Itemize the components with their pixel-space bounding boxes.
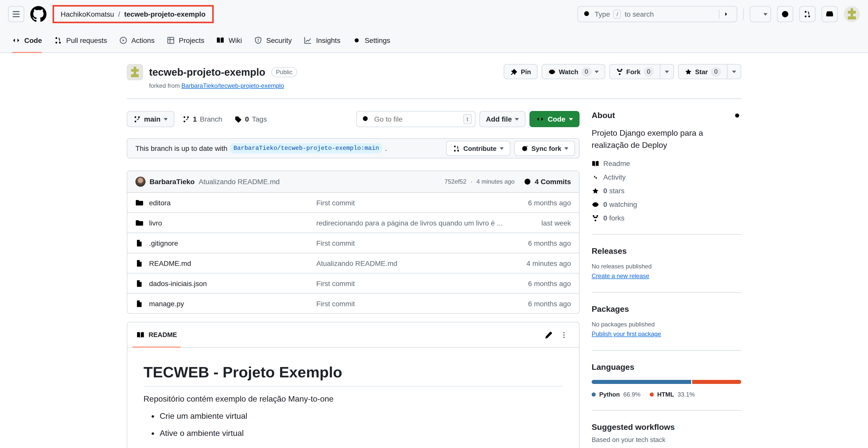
caret-down-icon xyxy=(594,70,598,73)
breadcrumb-separator: / xyxy=(118,10,120,18)
command-palette-icon[interactable] xyxy=(723,10,732,18)
branch-selector-button[interactable]: main xyxy=(127,111,174,127)
tab-security[interactable]: Security xyxy=(250,28,296,53)
file-commit-message[interactable]: Atualizando README.md xyxy=(316,259,526,267)
tags-link[interactable]: 0 Tags xyxy=(230,115,271,123)
breadcrumb-repo-link[interactable]: tecweb-projeto-exemplo xyxy=(124,10,206,18)
create-release-link[interactable]: Create a new release xyxy=(592,272,649,279)
table-row[interactable]: dados-iniciais.json First commit 6 month… xyxy=(127,273,579,293)
repo-title[interactable]: tecweb-projeto-exemplo xyxy=(149,66,265,78)
inbox-button[interactable] xyxy=(822,6,838,22)
add-file-button[interactable]: Add file xyxy=(479,111,525,127)
repo-description: Projeto Django exemplo para a realização… xyxy=(592,127,741,151)
file-icon xyxy=(135,279,144,287)
readme-paragraph: Repositório contém exemplo de relação Ma… xyxy=(144,394,563,404)
file-toolbar: main 1 Branch 0 Tags xyxy=(127,111,580,127)
breadcrumb-owner-link[interactable]: HachikoKomatsu xyxy=(61,10,114,18)
pull-requests-button[interactable] xyxy=(799,6,815,22)
fork-button[interactable]: Fork 0 xyxy=(609,64,660,79)
readme-bullet: Ative o ambiente virtual xyxy=(160,429,563,438)
file-commit-message[interactable]: First commit xyxy=(316,239,528,247)
fork-count: 0 xyxy=(644,67,653,76)
contribute-button[interactable]: Contribute xyxy=(446,141,510,156)
github-logo-icon[interactable] xyxy=(30,6,46,22)
tab-pull-requests[interactable]: Pull requests xyxy=(50,28,111,53)
go-to-file-input[interactable] xyxy=(373,114,460,124)
language-name: Python xyxy=(599,391,620,398)
sidebar-item-watching[interactable]: 0 watching xyxy=(592,200,741,208)
fork-dropdown-button[interactable] xyxy=(660,64,674,79)
publish-package-link[interactable]: Publish your first package xyxy=(592,331,661,338)
caret-down-icon xyxy=(569,118,573,120)
sidebar-item-forks[interactable]: 0 forks xyxy=(592,214,741,222)
table-row[interactable]: .gitignore First commit 6 months ago xyxy=(127,233,579,253)
language-legend-python[interactable]: Python 66.9% xyxy=(592,391,641,398)
packages-empty-text: No packages published xyxy=(592,321,741,328)
star-icon xyxy=(684,68,692,75)
commit-message-link[interactable]: Atualizando README.md xyxy=(198,178,440,186)
table-row[interactable]: README.md Atualizando README.md 4 minute… xyxy=(127,253,579,273)
file-name-link[interactable]: editora xyxy=(149,199,171,207)
language-legend-html[interactable]: HTML 33.1% xyxy=(650,391,695,398)
tab-actions[interactable]: Actions xyxy=(115,28,159,53)
tab-label: Insights xyxy=(316,36,341,44)
tab-wiki[interactable]: Wiki xyxy=(213,28,246,53)
star-dropdown-button[interactable] xyxy=(727,64,741,79)
git-pull-request-icon xyxy=(803,10,811,18)
code-button[interactable]: Code xyxy=(529,111,580,127)
contribute-label: Contribute xyxy=(463,144,496,152)
file-name-link[interactable]: dados-iniciais.json xyxy=(149,279,207,287)
caret-down-icon xyxy=(163,118,167,120)
star-count: 0 xyxy=(711,67,721,76)
readme-tab[interactable]: README xyxy=(127,322,186,347)
tab-code[interactable]: Code xyxy=(8,28,46,53)
tab-settings[interactable]: Settings xyxy=(348,28,394,53)
sidebar-item-stars[interactable]: 0 stars xyxy=(592,187,741,195)
file-commit-message[interactable]: First commit xyxy=(316,279,528,287)
create-new-button[interactable] xyxy=(750,6,771,22)
file-commit-message[interactable]: First commit xyxy=(316,300,528,308)
pencil-icon[interactable] xyxy=(545,331,553,339)
forked-from-label: forked from xyxy=(149,82,180,89)
file-browser: BarbaraTieko Atualizando README.md 752ef… xyxy=(127,171,580,314)
repo-header: tecweb-projeto-exemplo Public Pin Watch … xyxy=(127,53,741,80)
caret-down-icon xyxy=(515,118,519,120)
tab-insights[interactable]: Insights xyxy=(300,28,345,53)
file-commit-time: 6 months ago xyxy=(528,239,571,247)
global-search-input[interactable]: Type / to search xyxy=(578,6,737,22)
hamburger-menu-button[interactable] xyxy=(8,6,24,22)
sidebar-item-readme[interactable]: Readme xyxy=(592,160,741,168)
issues-button[interactable] xyxy=(777,6,793,22)
table-row[interactable]: editora First commit 6 months ago xyxy=(127,192,579,212)
forked-from-link[interactable]: BarbaraTieko/tecweb-projeto-exemplo xyxy=(181,82,284,89)
outline-list-icon[interactable] xyxy=(563,331,571,339)
branches-link[interactable]: 1 Branch xyxy=(178,115,226,123)
file-name-link[interactable]: README.md xyxy=(149,259,191,267)
sidebar-item-activity[interactable]: Activity xyxy=(592,173,741,181)
banner-text-end: . xyxy=(385,144,387,152)
table-row[interactable]: livro redirecionando para a página de li… xyxy=(127,212,579,233)
commit-history-link[interactable]: 4 Commits xyxy=(524,178,571,186)
eye-icon xyxy=(592,201,599,208)
language-bar[interactable] xyxy=(592,380,741,384)
file-commit-message[interactable]: redirecionando para a página de livros q… xyxy=(316,219,541,227)
sidebar-item-label: stars xyxy=(609,187,624,195)
file-commit-message[interactable]: First commit xyxy=(316,199,528,207)
languages-title: Languages xyxy=(592,363,741,372)
commit-author-avatar[interactable] xyxy=(135,177,146,187)
commit-author-link[interactable]: BarbaraTieko xyxy=(150,178,194,186)
gear-icon[interactable] xyxy=(733,111,741,119)
file-name-link[interactable]: livro xyxy=(149,219,162,227)
user-avatar[interactable] xyxy=(844,6,860,22)
file-name-link[interactable]: .gitignore xyxy=(149,239,178,247)
pin-button[interactable]: Pin xyxy=(504,64,537,79)
tab-projects[interactable]: Projects xyxy=(163,28,209,53)
star-button[interactable]: Star 0 xyxy=(678,64,727,79)
gear-icon xyxy=(352,36,361,44)
sync-fork-button[interactable]: Sync fork xyxy=(514,141,575,156)
table-row[interactable]: manage.py First commit 6 months ago xyxy=(127,293,579,313)
commit-hash[interactable]: 752ef52 xyxy=(444,178,466,185)
watch-button[interactable]: Watch 0 xyxy=(541,64,605,79)
file-name-link[interactable]: manage.py xyxy=(149,300,184,308)
upstream-branch-chip[interactable]: BarbaraTieko/tecweb-projeto-exemplo:main xyxy=(230,143,382,153)
